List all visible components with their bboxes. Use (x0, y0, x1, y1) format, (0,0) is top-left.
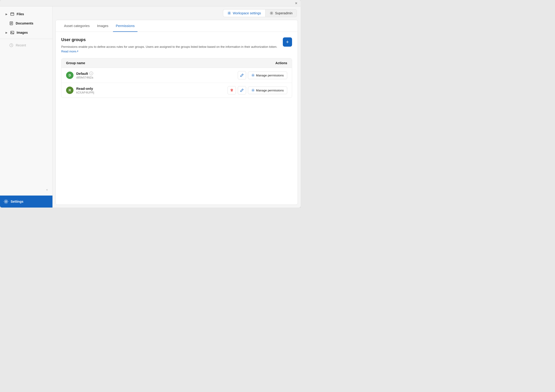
sidebar-item-files[interactable]: ▶ Files (2, 10, 51, 18)
sidebar-item-documents[interactable]: Documents (2, 19, 51, 28)
gear-icon-topbar (227, 11, 231, 15)
edit-button-default[interactable] (238, 71, 246, 79)
group-info-default: Default i d85fe574fd2a (76, 71, 238, 79)
sidebar-item-images[interactable]: ▶ Images (2, 28, 51, 37)
manage-permissions-button-readonly[interactable]: Manage permissions (248, 86, 287, 94)
files-icon (10, 12, 14, 16)
sidebar-item-files-label: Files (17, 12, 24, 16)
workspace-settings-label: Workspace settings (233, 11, 261, 15)
svg-point-7 (271, 13, 272, 14)
read-more-link[interactable]: Read more↗ (61, 50, 79, 53)
avatar-default: D (66, 71, 73, 79)
plus-icon: + (286, 39, 289, 44)
svg-rect-0 (11, 13, 14, 15)
sidebar: ▶ Files (0, 7, 53, 207)
col-group-name: Group name (66, 61, 85, 65)
images-icon (10, 30, 14, 35)
sidebar-footer-label: Settings (11, 200, 23, 203)
sidebar-footer-settings[interactable]: Settings (0, 196, 52, 207)
group-id-readonly: kCIUkF4iUPRj (76, 91, 228, 94)
documents-icon (9, 21, 13, 25)
manage-permissions-button-default[interactable]: Manage permissions (248, 71, 287, 79)
svg-point-9 (253, 90, 254, 91)
svg-point-3 (11, 32, 12, 33)
main-panel: Asset categories Images Permissions User… (55, 20, 298, 205)
svg-point-8 (253, 75, 254, 76)
recent-icon (9, 43, 13, 47)
panel-content: User groups Permissions enable you to de… (56, 32, 298, 103)
expand-arrow-images: ▶ (6, 31, 7, 34)
superadmin-button[interactable]: Superadmin (265, 9, 297, 17)
sidebar-item-recent[interactable]: Recent (2, 41, 51, 50)
delete-button-readonly[interactable] (228, 86, 236, 94)
group-name-default: Default (76, 71, 88, 76)
title-bar: ✕ (0, 0, 301, 7)
superadmin-icon (270, 11, 273, 15)
close-button[interactable]: ✕ (295, 2, 298, 5)
manage-permissions-label-readonly: Manage permissions (256, 89, 284, 92)
col-actions: Actions (275, 61, 287, 65)
settings-icon (4, 199, 8, 204)
gear-icon-manage-default (251, 74, 255, 77)
group-name-readonly: Read-only (76, 86, 93, 91)
svg-point-5 (5, 201, 7, 202)
section-description: Permissions enable you to define access … (61, 44, 283, 54)
sidebar-nav: ▶ Files (0, 7, 52, 196)
group-id-default: d85fe574fd2a (76, 76, 238, 79)
tab-images[interactable]: Images (94, 20, 111, 32)
tab-permissions[interactable]: Permissions (113, 20, 138, 32)
sidebar-item-images-label: Images (17, 31, 28, 34)
table-row: R Read-only kCIUkF4iUPRj (61, 83, 292, 98)
tab-asset-categories[interactable]: Asset categories (61, 20, 92, 32)
workspace-settings-button[interactable]: Workspace settings (223, 9, 265, 17)
row-actions-default: Manage permissions (238, 71, 287, 79)
sidebar-item-recent-label: Recent (16, 43, 26, 47)
sidebar-collapse-button[interactable]: « (46, 188, 48, 191)
row-actions-readonly: Manage permissions (228, 86, 287, 94)
groups-table: Group name Actions D Default i (61, 58, 292, 98)
sidebar-divider (0, 39, 52, 39)
avatar-readonly: R (66, 86, 73, 94)
gear-icon-manage-readonly (251, 89, 255, 92)
sidebar-item-documents-label: Documents (16, 21, 33, 25)
group-info-readonly: Read-only kCIUkF4iUPRj (76, 86, 228, 94)
tabs: Asset categories Images Permissions (56, 20, 298, 32)
table-header: Group name Actions (61, 58, 292, 68)
content-area: Workspace settings Superadmin Asset (53, 7, 301, 207)
section-header-row: User groups Permissions enable you to de… (61, 37, 292, 58)
superadmin-label: Superadmin (275, 11, 293, 15)
app-window: ✕ ▶ Files (0, 0, 301, 207)
top-bar: Workspace settings Superadmin (53, 7, 301, 20)
table-row: D Default i d85fe574fd2a (61, 68, 292, 83)
svg-point-6 (228, 13, 230, 14)
edit-button-readonly[interactable] (238, 86, 246, 94)
info-icon-default[interactable]: i (89, 71, 93, 75)
manage-permissions-label-default: Manage permissions (256, 74, 284, 77)
expand-arrow-files: ▶ (6, 13, 7, 15)
section-title: User groups (61, 37, 283, 42)
add-group-button[interactable]: + (283, 37, 292, 47)
